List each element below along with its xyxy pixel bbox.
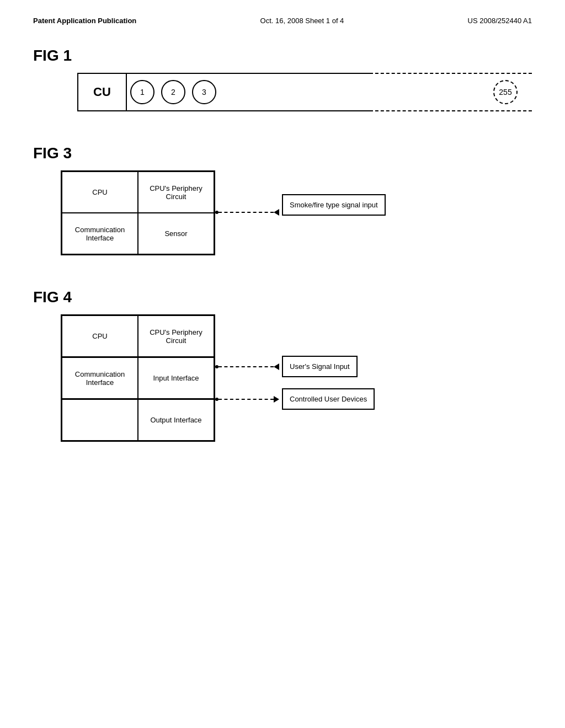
fig1-bus-container: 1 2 3 255 <box>127 73 532 111</box>
fig1-node-1: 1 <box>130 80 154 104</box>
fig4-cpu-cell: CPU <box>62 315 138 357</box>
fig1-top-solid <box>127 73 370 74</box>
fig4-input-dashed <box>218 366 274 367</box>
fig1-section: FIG 1 CU 1 <box>33 47 532 111</box>
fig1-cu-box: CU <box>77 73 127 111</box>
fig1-bottom-solid <box>127 110 370 111</box>
fig3-comm-cell: Communication Interface <box>62 213 138 254</box>
fig3-label: FIG 3 <box>33 144 532 162</box>
fig4-input-cell: Input Interface <box>138 357 214 399</box>
fig3-periphery-cell: CPU's Periphery Circuit <box>138 172 214 213</box>
fig1-label: FIG 1 <box>33 47 532 65</box>
fig1-node-255: 255 <box>493 80 518 104</box>
fig4-input-row: User's Signal Input <box>215 356 375 377</box>
fig1-cu-text: CU <box>93 85 111 99</box>
fig1-top-dashed <box>370 73 532 74</box>
fig4-empty-cell <box>62 399 138 441</box>
header-right: US 2008/252440 A1 <box>468 17 532 25</box>
fig4-inner-box: CPU CPU's Periphery Circuit Communicatio… <box>61 314 215 442</box>
fig3-arrow-left <box>274 209 279 216</box>
fig4-label: FIG 4 <box>33 288 532 306</box>
fig3-section: FIG 3 CPU CPU's Periphery Circuit Commun… <box>33 144 532 255</box>
fig1-bottom-dashed <box>370 110 532 111</box>
fig1-diagram: CU 1 2 <box>77 73 532 111</box>
fig4-input-arrow <box>274 363 279 370</box>
fig4-output-row: Controlled User Devices <box>215 388 375 410</box>
fig4-section: FIG 4 CPU CPU's Periphery Circuit Commun… <box>33 288 532 442</box>
fig3-cpu-cell: CPU <box>62 172 138 213</box>
fig3-ext-box: Smoke/fire type signal input <box>282 194 386 216</box>
fig1-circles-row: 1 2 3 255 <box>127 73 532 111</box>
fig1-node-2: 2 <box>161 80 185 104</box>
fig3-dashed-line <box>218 212 274 213</box>
page-header: Patent Application Publication Oct. 16, … <box>33 17 532 25</box>
fig4-diagram: CPU CPU's Periphery Circuit Communicatio… <box>61 314 532 442</box>
fig4-periphery-cell: CPU's Periphery Circuit <box>138 315 214 357</box>
fig4-output-arrow <box>274 396 279 403</box>
fig3-diagram: CPU CPU's Periphery Circuit Communicatio… <box>61 170 532 255</box>
fig4-ext-area: User's Signal Input Controlled User Devi… <box>215 314 375 410</box>
fig1-node-3: 3 <box>192 80 216 104</box>
fig4-comm-cell: Communication Interface <box>62 357 138 399</box>
fig4-users-signal-box: User's Signal Input <box>282 356 358 377</box>
header-center: Oct. 16, 2008 Sheet 1 of 4 <box>260 17 344 25</box>
fig3-sensor-cell: Sensor <box>138 213 214 254</box>
fig3-arrow-ext: Smoke/fire type signal input <box>215 194 386 232</box>
header-left: Patent Application Publication <box>33 17 136 25</box>
fig4-output-dashed <box>218 399 274 400</box>
fig4-output-cell: Output Interface <box>138 399 214 441</box>
fig4-controlled-devices-box: Controlled User Devices <box>282 388 375 410</box>
fig3-inner-box: CPU CPU's Periphery Circuit Communicatio… <box>61 170 215 255</box>
